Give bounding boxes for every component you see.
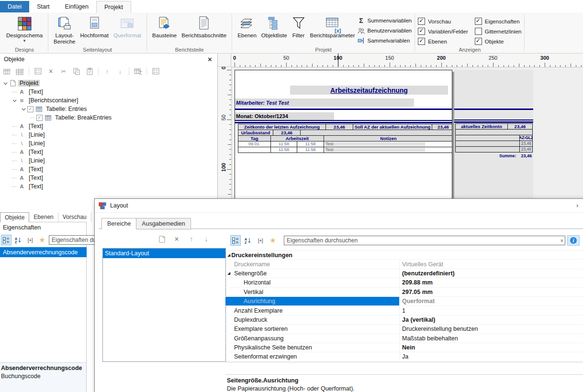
filter-button[interactable]: Filter <box>290 14 308 40</box>
ribbon-tab-start[interactable]: Start <box>29 1 57 12</box>
dialog-close-chevron[interactable]: › <box>576 202 578 209</box>
tree-item[interactable]: A[Text] <box>0 87 217 96</box>
designschema-button[interactable]: Designschema ▾ <box>4 14 45 44</box>
expander-icon[interactable]: ◢ <box>227 272 230 275</box>
dialog-titlebar[interactable]: Layout <box>95 199 583 213</box>
report-line[interactable] <box>235 109 452 110</box>
tree-item[interactable]: ✓Tabelle: Entries <box>0 105 217 113</box>
paste-icon[interactable] <box>85 67 94 76</box>
tree-item[interactable]: Projekt <box>0 79 217 87</box>
categorized-view-button[interactable] <box>1 235 11 245</box>
property-category-row[interactable]: ◢Druckereinstellungen <box>225 250 583 260</box>
info-button[interactable]: i <box>567 235 580 246</box>
report-monat-object[interactable]: Monat: Oktober/1234 <box>235 112 334 120</box>
property-row[interactable]: DuplexdruckJa (vertikal) <box>225 316 583 325</box>
ribbon-checkbox-Gitternetzlinien[interactable]: Gitternetzlinien <box>475 28 522 35</box>
hochformat-button[interactable]: Hochformat <box>78 14 111 40</box>
expand-all-button[interactable]: [+] <box>25 235 35 245</box>
tree-item[interactable]: A[Text] <box>0 148 217 156</box>
tree-item[interactable]: ≡[Berichtscontainer] <box>0 96 217 105</box>
delete-layout-icon[interactable]: × <box>172 234 181 244</box>
ribbon-checkbox-Objekte[interactable]: Objekte <box>475 38 522 45</box>
bausteine-button[interactable]: Bausteine <box>150 14 179 40</box>
report-title-object[interactable]: Arbeitszeitaufzeichnung <box>290 86 448 95</box>
left-tab-Objekte[interactable]: Objekte <box>0 212 29 222</box>
summenvariablen-button[interactable]: Σ Summenvariablen <box>358 16 412 25</box>
selected-property-item[interactable]: Absenderverrechnungscode <box>0 247 87 257</box>
berichtsabschnitte-button[interactable]: Berichtsabschnitte <box>179 14 229 40</box>
ribbon-tab-datei[interactable]: Datei <box>0 1 29 12</box>
tree-item[interactable]: A[Text] <box>0 174 217 182</box>
tree-item[interactable]: \[Linie] <box>0 156 217 165</box>
layout-listbox[interactable]: Standard-Layout <box>102 248 226 362</box>
categorized-view-button[interactable] <box>230 235 241 246</box>
tree-expander-icon[interactable] <box>3 81 8 86</box>
tree-item[interactable]: A[Text] <box>0 182 217 191</box>
ribbon-checkbox-Vorschau[interactable]: Vorschau <box>418 18 468 25</box>
left-tab-Vorschau[interactable]: Vorschau <box>58 212 91 222</box>
move-up-icon[interactable]: ↑ <box>103 67 112 76</box>
property-row[interactable]: ◢Seitengröße(benutzerdefiniert) <box>225 269 583 278</box>
property-row[interactable]: GrößenanpassungMaßstab beibehalten <box>225 334 583 343</box>
move-down-icon[interactable]: ↓ <box>202 234 211 244</box>
tree-expander-icon[interactable] <box>21 107 26 111</box>
cut-icon[interactable]: ✂ <box>59 67 68 76</box>
property-row[interactable]: Exemplare sortierenDruckereinstellung be… <box>225 325 583 334</box>
tree-checkbox[interactable]: ✓ <box>36 115 43 121</box>
new-subtable-icon[interactable] <box>16 67 24 76</box>
favorites-star-icon[interactable]: ★ <box>37 235 47 245</box>
layout-list-item[interactable]: Standard-Layout <box>103 249 225 258</box>
report-cell[interactable]: 11:58 <box>297 147 324 153</box>
ribbon-tab-projekt[interactable]: Projekt <box>96 1 131 13</box>
ribbon-checkbox-Ebenen[interactable]: Ebenen <box>418 38 468 45</box>
report-cell[interactable]: 11:58 <box>270 147 297 153</box>
tree-item[interactable]: \[Linie] <box>0 131 217 139</box>
left-tab-Ebenen[interactable]: Ebenen <box>29 212 58 222</box>
property-row[interactable]: Anzahl Exemplare1 <box>225 306 583 315</box>
tree-expander-icon[interactable] <box>12 98 17 103</box>
report-line[interactable] <box>235 120 452 121</box>
benutzervariablen-button[interactable]: Benutzervariablen <box>358 26 412 35</box>
dialog-search-input[interactable] <box>284 236 565 245</box>
report-cell[interactable]: 23,46 <box>519 146 533 152</box>
property-row[interactable]: DruckernameVirtuelles Gerät <box>225 260 583 269</box>
assign-table-icon[interactable] <box>134 67 142 76</box>
tree-item[interactable]: A[Text] <box>0 122 217 131</box>
ebenen-button[interactable]: Ebenen <box>235 14 259 40</box>
close-icon[interactable]: ✕ <box>207 56 213 63</box>
property-row[interactable]: AusrichtungQuerformat <box>225 297 583 306</box>
properties-icon[interactable] <box>34 67 42 76</box>
copy-icon[interactable] <box>72 67 81 76</box>
berichtsparameter-button[interactable]: [x] Berichtsparameter <box>308 14 358 40</box>
expand-all-button[interactable]: [+] <box>255 235 266 246</box>
objektliste-button[interactable]: Objektliste <box>259 14 290 40</box>
ribbon-checkbox-Variablen/Felder[interactable]: Variablen/Felder <box>418 28 468 35</box>
sort-az-button[interactable]: AZ <box>243 235 253 246</box>
move-down-icon[interactable]: ↓ <box>116 67 124 76</box>
tree-checkbox[interactable]: ✓ <box>27 106 34 112</box>
property-row[interactable]: Horizontal209.88 mm <box>225 278 583 287</box>
report-line[interactable] <box>235 122 452 123</box>
move-up-icon[interactable]: ↑ <box>187 234 196 244</box>
report-mitarbeiter-object[interactable]: Mitarbeiter: Test Test <box>235 98 414 107</box>
report-cell[interactable]: Test <box>324 147 452 153</box>
property-row[interactable]: Physikalische Seite benutzenNein <box>225 343 583 352</box>
sort-az-button[interactable]: AZ <box>13 235 23 245</box>
tree-item[interactable]: \[Linie] <box>0 139 217 148</box>
ribbon-tab-einfuegen[interactable]: Einfügen <box>57 1 96 12</box>
querformat-button[interactable]: Querformat <box>111 14 144 40</box>
delete-icon[interactable]: × <box>46 67 55 76</box>
property-row[interactable]: Vertikal297.05 mm <box>225 288 583 297</box>
dialog-tab-Bereiche[interactable]: Bereiche <box>101 218 136 229</box>
favorites-star-icon[interactable]: ★ <box>268 235 278 246</box>
sammelvariablen-button[interactable]: Sammelvariablen <box>358 36 412 45</box>
report-summe-row[interactable]: Summe: 23,46 <box>454 153 532 158</box>
dialog-tab-Ausgabemedien[interactable]: Ausgabemedien <box>136 218 191 229</box>
tree-item[interactable]: ✓Tabelle: BreakEntries <box>0 113 217 122</box>
chevron-down-icon[interactable]: ∨ <box>560 238 563 243</box>
report-cell[interactable] <box>455 146 520 152</box>
report-cell[interactable] <box>238 147 271 153</box>
properties-icon[interactable] <box>151 67 160 76</box>
property-row[interactable]: Seitenformat erzwingenJa <box>225 352 583 361</box>
expander-icon[interactable]: ◢ <box>227 253 230 257</box>
